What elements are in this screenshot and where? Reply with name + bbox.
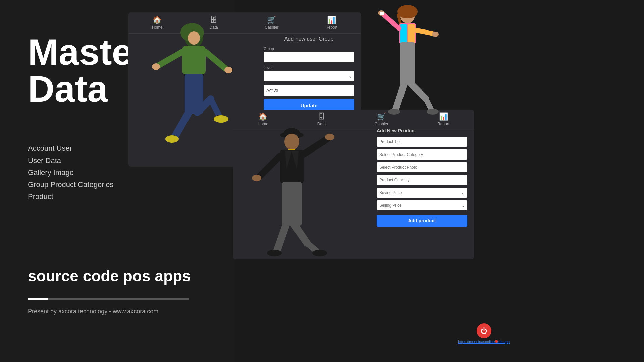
report-icon-top: 📊 — [327, 16, 336, 24]
cashier-icon-top: 🛒 — [267, 16, 276, 24]
svg-point-16 — [214, 115, 228, 123]
dropdown-icon-level: ⌄ — [348, 73, 352, 79]
product-category-input[interactable] — [377, 149, 467, 160]
svg-point-15 — [165, 135, 179, 143]
add-product-button[interactable]: Add product — [377, 215, 467, 227]
svg-rect-22 — [408, 24, 415, 43]
dancer-left — [149, 18, 236, 159]
selling-price-input[interactable] — [377, 200, 467, 210]
group-input[interactable] — [264, 52, 354, 62]
svg-point-36 — [284, 134, 299, 150]
svg-line-7 — [206, 52, 226, 69]
svg-line-41 — [260, 156, 280, 176]
power-area: ⏻ https://menoluasonline.web.app — [458, 323, 510, 344]
add-product-title: Add New Product — [377, 128, 467, 133]
add-user-group-form: Add new user Group Group Level ⌄ Update — [264, 36, 354, 112]
svg-line-46 — [277, 225, 286, 251]
svg-line-25 — [416, 30, 433, 34]
svg-point-26 — [432, 32, 439, 37]
level-label: Level — [264, 66, 354, 70]
source-code-subtitle: source code pos apps — [28, 267, 191, 285]
buying-price-input[interactable] — [377, 188, 467, 198]
svg-rect-4 — [182, 46, 206, 74]
nav-cashier-top[interactable]: 🛒 Cashier — [265, 16, 278, 30]
svg-line-23 — [384, 15, 399, 28]
svg-point-44 — [325, 134, 334, 140]
nav-report-label-bottom: Report — [437, 122, 449, 126]
svg-rect-27 — [400, 42, 415, 85]
svg-line-31 — [426, 99, 431, 109]
svg-point-2 — [188, 31, 200, 45]
sidebar-menu: Account User User Data Gallery Image Gro… — [28, 144, 114, 204]
product-photo-input[interactable] — [377, 162, 467, 172]
svg-point-29 — [388, 109, 400, 115]
svg-point-6 — [152, 63, 160, 70]
svg-line-49 — [307, 243, 317, 251]
svg-line-5 — [159, 52, 182, 65]
dancer-right-top — [374, 2, 441, 116]
level-input-wrapper: ⌄ — [264, 71, 354, 81]
svg-rect-33 — [380, 12, 384, 15]
svg-line-48 — [294, 225, 307, 243]
nav-report-label-top: Report — [325, 25, 337, 30]
active-input[interactable] — [264, 85, 354, 96]
svg-point-50 — [312, 250, 327, 256]
sidebar-item-account-user[interactable]: Account User — [28, 144, 114, 153]
form-title: Add new user Group — [264, 36, 354, 42]
buying-price-wrapper: ⌄ — [377, 188, 467, 198]
red-indicator-dot — [495, 340, 498, 343]
sidebar-item-product[interactable]: Product — [28, 192, 114, 201]
group-label: Group — [264, 47, 354, 51]
selling-price-wrapper: ⌄ — [377, 200, 467, 210]
progress-bar-fill — [28, 298, 48, 300]
svg-point-8 — [224, 67, 232, 73]
sidebar-item-group-product-categories[interactable]: Group Product Categories — [28, 180, 114, 189]
progress-bar-container — [28, 298, 189, 300]
power-icon: ⏻ — [481, 327, 487, 335]
svg-point-42 — [252, 175, 261, 181]
home-icon-bottom: 🏠 — [258, 112, 267, 121]
sidebar-item-gallery-image[interactable]: Gallery Image — [28, 168, 114, 177]
svg-rect-21 — [400, 24, 407, 43]
data-icon-bottom: 🗄 — [318, 112, 325, 121]
nav-report-top[interactable]: 📊 Report — [325, 16, 337, 30]
dropdown-icon-buying: ⌄ — [461, 190, 465, 195]
svg-point-47 — [267, 250, 282, 256]
presenter-text: Present by axcora technology - www.axcor… — [28, 308, 158, 315]
svg-line-10 — [175, 112, 189, 136]
power-link[interactable]: https://menoluasonline.web.app — [458, 340, 510, 344]
title-line2: Data — [28, 68, 108, 109]
svg-line-28 — [396, 84, 404, 109]
svg-point-32 — [427, 109, 439, 115]
svg-rect-45 — [282, 182, 302, 226]
power-button[interactable]: ⏻ — [477, 323, 491, 338]
dancer-bottom — [240, 122, 344, 256]
dropdown-icon-selling: ⌄ — [461, 203, 465, 208]
product-title-input[interactable] — [377, 137, 467, 147]
level-input[interactable] — [264, 71, 354, 81]
svg-rect-38 — [280, 150, 304, 183]
add-product-form: Add New Product ⌄ ⌄ Add product — [377, 128, 467, 227]
svg-line-13 — [211, 99, 219, 116]
svg-point-18 — [397, 5, 418, 18]
nav-cashier-label-bottom: Cashier — [375, 122, 388, 126]
svg-line-43 — [304, 139, 327, 154]
nav-cashier-label-top: Cashier — [265, 25, 278, 30]
svg-line-30 — [411, 84, 426, 99]
product-quantity-input[interactable] — [377, 175, 467, 185]
sidebar-item-user-data[interactable]: User Data — [28, 156, 114, 165]
